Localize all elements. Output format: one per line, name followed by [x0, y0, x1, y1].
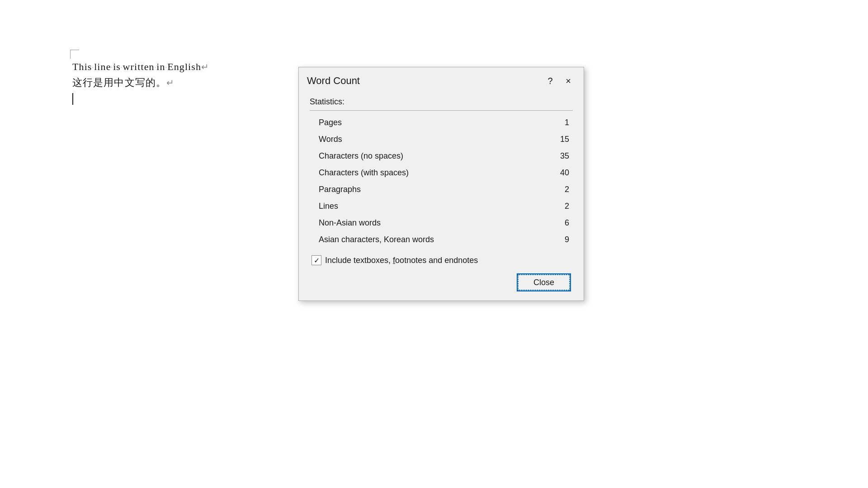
stats-label: Non-Asian words — [310, 215, 534, 231]
stats-label: Characters (no spaces) — [310, 148, 534, 164]
stats-value: 2 — [534, 198, 573, 215]
stats-label: Asian characters, Korean words — [310, 231, 534, 248]
dialog-overlay: Word Count ? × Statistics: Pages1Words15… — [0, 0, 868, 488]
help-button[interactable]: ? — [543, 74, 557, 88]
checkbox-row[interactable]: ✓ Include textboxes, footnotes and endno… — [310, 255, 573, 265]
stats-value: 1 — [534, 114, 573, 131]
dialog-title: Word Count — [307, 75, 360, 87]
stats-value: 40 — [534, 164, 573, 181]
stats-row: Paragraphs2 — [310, 181, 573, 198]
stats-label: Lines — [310, 198, 534, 215]
stats-value: 6 — [534, 215, 573, 231]
stats-value: 2 — [534, 181, 573, 198]
stats-row: Words15 — [310, 131, 573, 148]
close-x-button[interactable]: × — [561, 74, 576, 88]
dialog-footer: Close — [310, 273, 573, 291]
checkbox-label: Include textboxes, footnotes and endnote… — [325, 256, 478, 265]
stats-label: Words — [310, 131, 534, 148]
word-count-dialog: Word Count ? × Statistics: Pages1Words15… — [298, 67, 584, 301]
stats-header: Statistics: — [310, 97, 573, 111]
dialog-content: Statistics: Pages1Words15Characters (no … — [299, 93, 584, 300]
dialog-title-buttons: ? × — [543, 74, 576, 88]
stats-row: Characters (with spaces)40 — [310, 164, 573, 181]
dialog-titlebar: Word Count ? × — [299, 67, 584, 93]
stats-value: 15 — [534, 131, 573, 148]
checkmark-icon: ✓ — [314, 256, 320, 265]
stats-value: 35 — [534, 148, 573, 164]
stats-row: Pages1 — [310, 114, 573, 131]
stats-row: Lines2 — [310, 198, 573, 215]
stats-label: Paragraphs — [310, 181, 534, 198]
stats-row: Non-Asian words6 — [310, 215, 573, 231]
close-button[interactable]: Close — [517, 273, 571, 291]
stats-row: Asian characters, Korean words9 — [310, 231, 573, 248]
stats-row: Characters (no spaces)35 — [310, 148, 573, 164]
stats-value: 9 — [534, 231, 573, 248]
stats-label: Characters (with spaces) — [310, 164, 534, 181]
stats-table: Pages1Words15Characters (no spaces)35Cha… — [310, 114, 573, 248]
stats-label: Pages — [310, 114, 534, 131]
include-textboxes-checkbox[interactable]: ✓ — [311, 255, 321, 265]
